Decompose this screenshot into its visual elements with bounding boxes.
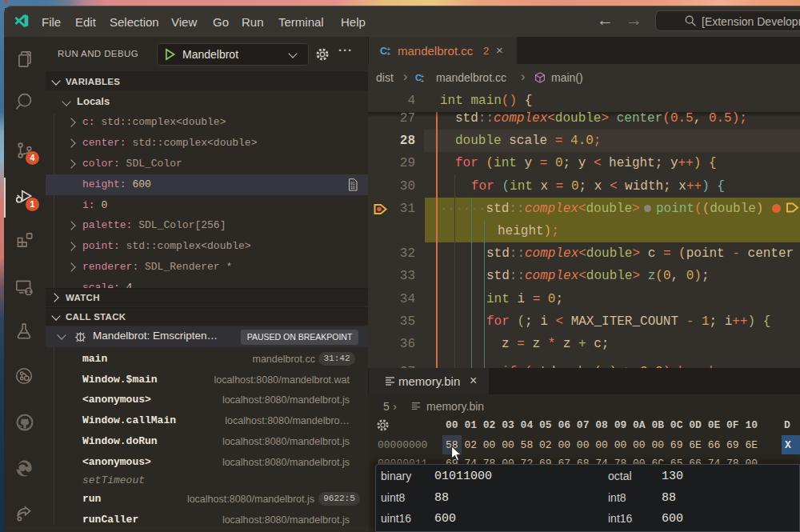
svg-text:10: 10 <box>350 186 355 190</box>
svg-text:+: + <box>387 50 391 57</box>
svg-text:+: + <box>421 78 424 84</box>
